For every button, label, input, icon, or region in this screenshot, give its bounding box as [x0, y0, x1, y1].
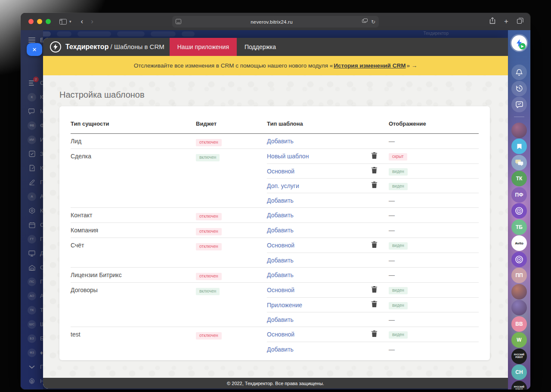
chat-icon[interactable] [511, 97, 527, 112]
panel-item-w[interactable]: W [511, 332, 527, 348]
widget-status-badge: отключен [196, 228, 222, 235]
trash-cell [371, 167, 389, 176]
lightning-bolt-icon [50, 41, 61, 52]
template-row: Основнойвиден [267, 164, 479, 178]
add-template-link[interactable]: Добавить [267, 212, 294, 219]
avatar[interactable] [511, 300, 527, 315]
display-dash: — [389, 346, 395, 353]
chats-icon[interactable] [511, 155, 527, 170]
template-row: Новый шаблонскрыт [267, 149, 479, 164]
display-dash: — [389, 257, 395, 264]
entity-name: Счёт [71, 238, 196, 267]
panel-item-пф[interactable]: ПФ [511, 187, 527, 203]
trash-icon[interactable] [371, 181, 379, 189]
template-row: Основнойвиден [267, 283, 479, 297]
panel-divider [514, 117, 524, 117]
forward-button[interactable]: › [91, 17, 93, 26]
template-link[interactable]: Основной [267, 331, 294, 338]
page-settings-icon[interactable] [176, 19, 181, 25]
address-bar[interactable]: neverov.bitrix24.ru ↻ [172, 16, 379, 28]
minimize-window-button[interactable] [37, 19, 42, 24]
trash-icon[interactable] [371, 286, 379, 293]
table-row: ДоговорывключенОсновнойвиденПриложениеви… [71, 282, 479, 327]
display-dash: — [389, 272, 395, 278]
column-header-entity: Тип сущности [71, 120, 196, 127]
privacy-shield-icon[interactable] [362, 19, 368, 25]
display-status-badge: скрыт [389, 153, 407, 161]
trash-icon[interactable] [371, 300, 379, 308]
trash-icon[interactable] [371, 241, 379, 249]
history-icon[interactable] [511, 81, 527, 96]
add-template-cell: Добавить [267, 227, 371, 234]
template-row: Приложениевиден [267, 297, 479, 312]
template-row: Добавить— [267, 208, 479, 222]
panel-item-русский-робот[interactable]: РУССКИЙ РОБОТ [511, 381, 527, 390]
display-cell: — [389, 137, 479, 145]
add-template-link[interactable]: Добавить [267, 197, 294, 204]
display-cell: виден [389, 286, 479, 294]
bookmark-icon[interactable] [511, 139, 527, 154]
banner-text-arrow: » → [406, 62, 417, 69]
template-name-cell: Основной [267, 331, 371, 338]
browser-titlebar: ▾ ‹ › neverov.bitrix24.ru ↻ + [21, 13, 530, 30]
bell-icon[interactable] [511, 65, 527, 80]
close-window-button[interactable] [28, 19, 34, 24]
page-title: Настройка шаблонов [59, 90, 145, 100]
add-template-link[interactable]: Добавить [267, 346, 294, 353]
trash-cell [371, 286, 389, 295]
template-row: Добавить— [267, 312, 479, 327]
app-menu-item-0[interactable]: Наши приложения [170, 38, 237, 56]
reload-icon[interactable]: ↻ [371, 19, 375, 25]
panel-item-русский-робот[interactable]: РУССКИЙ РОБОТ [511, 349, 527, 364]
panel-item-avito[interactable]: Avito [511, 235, 527, 251]
template-link[interactable]: Доп. услуги [267, 182, 299, 189]
trash-icon[interactable] [371, 330, 379, 338]
trash-icon[interactable] [371, 167, 379, 174]
swirl-icon[interactable] [511, 203, 527, 219]
add-template-link[interactable]: Добавить [267, 316, 294, 323]
back-button[interactable]: ‹ [81, 17, 84, 26]
panel-item-пп[interactable]: ПП [511, 268, 527, 283]
template-link[interactable]: Основной [267, 242, 294, 249]
template-link[interactable]: Новый шаблон [267, 153, 309, 160]
display-cell: — [389, 256, 479, 264]
add-template-link[interactable]: Добавить [267, 138, 294, 145]
add-template-link[interactable]: Добавить [267, 272, 294, 278]
templates-column: Новый шаблонскрытОсновнойвиденДоп. услуг… [267, 149, 479, 207]
panel-item-вв[interactable]: ВВ [511, 316, 527, 332]
add-template-link[interactable]: Добавить [267, 227, 294, 234]
promo-banner: Отслеживайте все изменения в CRM с помощ… [43, 56, 508, 75]
display-cell: — [389, 316, 479, 324]
widget-status-badge: отключен [196, 273, 222, 280]
share-icon[interactable] [489, 17, 495, 26]
template-row: Добавить— [267, 134, 479, 148]
template-row: Добавить— [267, 268, 479, 282]
display-status-badge: виден [389, 183, 408, 190]
sidebar-toggle-icon[interactable] [59, 19, 67, 25]
tab-overview-icon[interactable] [517, 18, 523, 25]
panel-item-сн[interactable]: СН [511, 364, 527, 380]
add-template-link[interactable]: Добавить [267, 257, 294, 264]
template-link[interactable]: Приложение [267, 302, 302, 309]
avatar[interactable] [511, 123, 527, 138]
panel-item-тк[interactable]: ТК [511, 171, 527, 186]
swirl-icon[interactable] [511, 252, 527, 267]
entity-name: Договоры [71, 283, 196, 327]
sidebar-chevron-icon[interactable]: ▾ [69, 19, 71, 24]
template-link[interactable]: Основной [267, 168, 294, 175]
avatar[interactable] [511, 284, 527, 299]
template-link[interactable]: Основной [267, 287, 294, 293]
close-slider-button[interactable]: ✕ [27, 43, 42, 56]
zoom-window-button[interactable] [46, 19, 51, 24]
panel-item-тб[interactable]: ТБ [511, 219, 527, 235]
active-app-button[interactable]: ▶ [511, 35, 527, 51]
entity-name: Лид [71, 134, 196, 148]
table-body: ЛидотключенДобавить—СделкавключенНовый ш… [71, 134, 479, 356]
trash-icon[interactable] [371, 152, 379, 160]
banner-link[interactable]: История изменений CRM [334, 62, 406, 69]
display-cell: виден [389, 167, 479, 176]
app-menu-item-1[interactable]: Поддержка [237, 38, 284, 56]
table-row: ЛидотключенДобавить— [71, 134, 479, 148]
new-tab-icon[interactable]: + [504, 17, 508, 26]
display-dash: — [389, 197, 395, 204]
